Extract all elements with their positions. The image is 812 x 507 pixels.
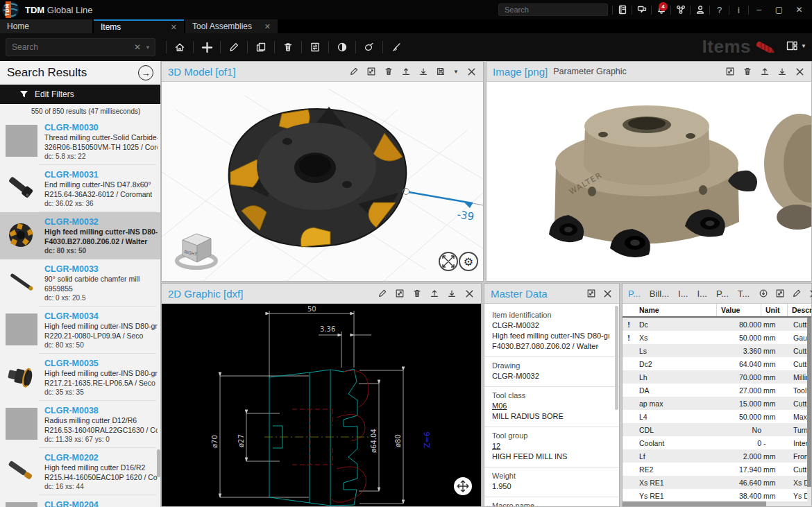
tab-tool-assemblies[interactable]: Tool Assemblies✕ (185, 19, 278, 33)
edit-filters-button[interactable]: Edit Filters (0, 85, 160, 104)
close-panel-icon[interactable] (809, 289, 812, 299)
param-row[interactable]: Ys RE138.400mmYs Distan (623, 489, 811, 502)
info-button[interactable]: i (729, 0, 748, 19)
save-icon[interactable] (436, 67, 446, 76)
transfer-button[interactable] (307, 38, 323, 56)
col-description[interactable]: Descrip (788, 304, 811, 316)
help-button[interactable]: ? (710, 0, 729, 19)
3d-viewport[interactable]: -39 RIGHT ⚙ (162, 82, 483, 281)
param-row[interactable]: ap max15.000mmCutting d (623, 397, 811, 410)
upload-icon[interactable] (430, 289, 439, 298)
table-horizontal-scrollbar[interactable] (623, 501, 811, 506)
tab-parameters[interactable]: P... (628, 289, 641, 299)
layout-switcher-button[interactable]: ▼ (786, 40, 806, 51)
home-button[interactable] (171, 38, 188, 56)
col-name[interactable]: Name (635, 304, 717, 316)
clear-search-icon[interactable]: ✕ (131, 42, 144, 52)
collapse-sidebar-button[interactable]: → (138, 65, 153, 80)
close-window-button[interactable]: ✕ (789, 0, 809, 19)
table-vertical-scrollbar[interactable] (807, 318, 811, 501)
list-item[interactable]: CLGR-M0202 High feed milling cutter D16/… (0, 448, 160, 495)
viewer-settings-button[interactable]: ⚙ (459, 252, 477, 270)
items-search-box[interactable]: ✕ ▼ (6, 38, 155, 56)
edit-button[interactable] (226, 38, 242, 56)
list-item[interactable]: CLGR-M0035 High feed milling cutter-INS … (0, 354, 160, 401)
notes-button[interactable] (613, 0, 632, 19)
close-panel-icon[interactable] (602, 289, 613, 299)
trash-icon[interactable] (412, 289, 422, 298)
cleanup-button[interactable] (388, 38, 405, 56)
upload-icon[interactable] (401, 67, 411, 76)
item-id-link[interactable]: CLGR-M0202 (44, 452, 158, 463)
edit-icon[interactable] (792, 289, 802, 298)
copy-button[interactable] (253, 38, 269, 56)
master-data-scrollbar[interactable] (615, 306, 618, 410)
col-value[interactable]: Value (717, 304, 761, 316)
expand-icon[interactable] (725, 67, 735, 76)
param-row[interactable]: Ls3.360mmCutting e (623, 344, 811, 357)
trash-icon[interactable] (384, 67, 394, 76)
item-id-link[interactable]: CLGR-M0032 (44, 216, 158, 227)
delete-button[interactable] (280, 38, 296, 56)
expand-icon[interactable] (775, 289, 785, 298)
image-viewport[interactable]: WALTER (487, 82, 811, 281)
close-panel-icon[interactable] (464, 289, 475, 299)
param-row[interactable]: DA27.000mmTool hold (623, 384, 811, 397)
param-row[interactable]: !Xs50.000mmGauge le (623, 331, 811, 344)
list-item[interactable]: CLGR-M0030 Thread milling cutter-Solid C… (0, 118, 160, 165)
download-icon[interactable] (418, 67, 428, 76)
param-row[interactable]: CDLNoTurning (623, 423, 811, 436)
param-row[interactable]: Coolant0-Internal (623, 436, 811, 449)
tab-bill-of-materials[interactable]: Bill... (650, 289, 669, 299)
col-unit[interactable]: Unit (761, 304, 788, 316)
pan-view-button[interactable] (454, 477, 472, 495)
download-icon[interactable] (447, 289, 457, 298)
tab-t[interactable]: T... (738, 289, 750, 299)
items-search-input[interactable] (6, 42, 131, 52)
edit-icon[interactable] (378, 289, 387, 298)
expand-icon[interactable] (395, 289, 405, 298)
param-row[interactable]: Xs RE146.640mmXs Distan (623, 476, 811, 489)
list-item[interactable]: CLGR-M0031 End milling cutter-INS D47.8x… (0, 165, 160, 212)
contrast-button[interactable] (334, 38, 350, 56)
add-item-button[interactable] (198, 38, 215, 56)
item-id-link[interactable]: CLGR-M0204 (44, 499, 99, 507)
param-row[interactable]: Dc264.040mmCutting d (623, 357, 811, 370)
export-icon[interactable] (759, 289, 768, 298)
tool-class-link[interactable]: M06 (492, 401, 507, 411)
notifications-button[interactable]: 4 (652, 0, 670, 19)
minimize-button[interactable]: – (749, 0, 769, 19)
user-button[interactable] (691, 0, 709, 19)
close-panel-icon[interactable] (466, 67, 477, 77)
list-item[interactable]: CLGR-M0033 90° solid carbide chamfer mil… (0, 259, 160, 307)
tab-p2[interactable]: P... (716, 289, 729, 299)
param-row[interactable]: !Dc80.000mmCutting d (623, 318, 811, 331)
tab-items[interactable]: Items✕ (94, 19, 184, 33)
upload-icon[interactable] (760, 67, 770, 76)
item-id-link[interactable]: CLGR-M0034 (44, 311, 158, 322)
param-row[interactable]: L450.000mmMax. ma (623, 410, 811, 423)
chevron-down-icon[interactable]: ▼ (453, 69, 459, 75)
edit-icon[interactable] (349, 67, 359, 76)
tab-i1[interactable]: I... (678, 289, 688, 299)
expand-icon[interactable] (586, 289, 596, 298)
list-item[interactable]: CLGR-M0034 High feed milling cutter-INS … (0, 307, 160, 354)
item-id-link[interactable]: CLGR-M0038 (44, 405, 158, 416)
param-row[interactable]: RE217.940mmCutting e (623, 463, 811, 476)
item-id-link[interactable]: CLGR-M0033 (44, 264, 139, 275)
list-item-selected[interactable]: CLGR-M0032 High feed milling cutter-INS … (0, 212, 160, 259)
messages-button[interactable] (632, 0, 651, 19)
fit-view-button[interactable] (439, 252, 457, 270)
tool-group-link[interactable]: 12 (492, 441, 500, 452)
search-options-chevron-icon[interactable]: ▼ (144, 44, 155, 51)
trash-icon[interactable] (743, 67, 752, 76)
tab-home[interactable]: Home (0, 19, 92, 33)
sidebar-scrollbar[interactable] (157, 449, 160, 477)
close-panel-icon[interactable] (795, 67, 805, 77)
cad-viewport[interactable]: 50 3.36 ø70 ø27 ø64.04 ø80 Z=6 (162, 304, 481, 506)
param-row[interactable]: Lh70.000mmMilling c (623, 370, 811, 384)
item-id-link[interactable]: CLGR-M0031 (44, 169, 152, 180)
item-id-link[interactable]: CLGR-M0035 (44, 358, 158, 369)
connections-button[interactable] (671, 0, 690, 19)
tab-close-icon[interactable]: ✕ (171, 23, 177, 32)
